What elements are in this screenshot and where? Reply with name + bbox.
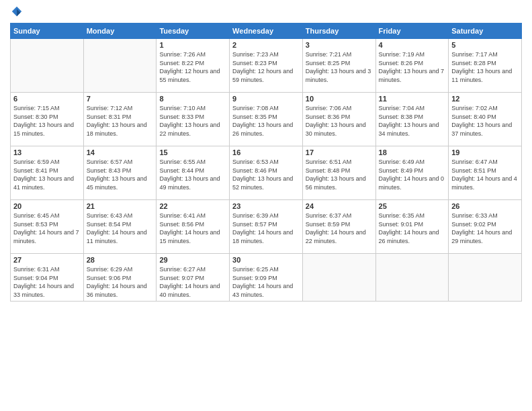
calendar-cell: 6Sunrise: 7:15 AMSunset: 8:30 PMDaylight… (11, 93, 84, 146)
day-number: 9 (232, 95, 300, 103)
calendar-cell: 5Sunrise: 7:17 AMSunset: 8:28 PMDaylight… (449, 39, 522, 93)
day-number: 28 (87, 256, 154, 264)
logo-icon (11, 5, 23, 17)
calendar-cell: 9Sunrise: 7:08 AMSunset: 8:35 PMDaylight… (230, 93, 303, 146)
day-number: 1 (159, 41, 226, 49)
day-info: Sunrise: 6:27 AMSunset: 9:07 PMDaylight:… (159, 265, 226, 299)
day-number: 24 (306, 202, 373, 210)
calendar-cell: 27Sunrise: 6:31 AMSunset: 9:04 PMDayligh… (11, 254, 84, 302)
day-info: Sunrise: 7:02 AMSunset: 8:40 PMDaylight:… (451, 104, 519, 138)
day-info: Sunrise: 7:17 AMSunset: 8:28 PMDaylight:… (451, 50, 519, 84)
calendar-cell (449, 254, 522, 302)
day-number: 3 (306, 41, 373, 49)
calendar-cell: 14Sunrise: 6:57 AMSunset: 8:43 PMDayligh… (83, 146, 157, 200)
day-info: Sunrise: 6:25 AMSunset: 9:09 PMDaylight:… (232, 265, 300, 299)
day-info: Sunrise: 7:21 AMSunset: 8:25 PMDaylight:… (306, 50, 373, 84)
day-info: Sunrise: 6:29 AMSunset: 9:06 PMDaylight:… (87, 265, 154, 299)
day-number: 29 (159, 256, 226, 264)
day-info: Sunrise: 6:31 AMSunset: 9:04 PMDaylight:… (13, 265, 81, 299)
weekday-header: Monday (83, 24, 157, 39)
calendar-cell: 2Sunrise: 7:23 AMSunset: 8:23 PMDaylight… (230, 39, 303, 93)
day-info: Sunrise: 6:45 AMSunset: 8:53 PMDaylight:… (13, 212, 81, 245)
day-info: Sunrise: 6:41 AMSunset: 8:56 PMDaylight:… (159, 212, 226, 245)
day-number: 10 (306, 95, 373, 103)
calendar-cell: 29Sunrise: 6:27 AMSunset: 9:07 PMDayligh… (157, 254, 230, 302)
calendar-cell (302, 254, 375, 302)
day-number: 13 (13, 148, 81, 156)
calendar-cell: 21Sunrise: 6:43 AMSunset: 8:54 PMDayligh… (83, 200, 157, 254)
day-number: 8 (159, 95, 226, 103)
weekday-header: Sunday (11, 24, 84, 39)
calendar-cell (375, 254, 449, 302)
day-number: 30 (232, 256, 300, 264)
page: SundayMondayTuesdayWednesdayThursdayFrid… (0, 0, 532, 411)
logo (10, 7, 23, 17)
calendar-cell: 30Sunrise: 6:25 AMSunset: 9:09 PMDayligh… (230, 254, 303, 302)
day-info: Sunrise: 6:57 AMSunset: 8:43 PMDaylight:… (87, 158, 154, 191)
day-number: 16 (232, 148, 300, 156)
day-info: Sunrise: 6:43 AMSunset: 8:54 PMDaylight:… (87, 212, 154, 245)
day-info: Sunrise: 6:35 AMSunset: 9:01 PMDaylight:… (379, 212, 446, 245)
day-number: 22 (159, 202, 226, 210)
day-info: Sunrise: 7:06 AMSunset: 8:36 PMDaylight:… (306, 104, 373, 138)
calendar-cell: 8Sunrise: 7:10 AMSunset: 8:33 PMDaylight… (157, 93, 230, 146)
day-info: Sunrise: 6:47 AMSunset: 8:51 PMDaylight:… (451, 158, 519, 191)
calendar-cell: 15Sunrise: 6:55 AMSunset: 8:44 PMDayligh… (157, 146, 230, 200)
calendar-row: 27Sunrise: 6:31 AMSunset: 9:04 PMDayligh… (11, 254, 522, 302)
day-number: 27 (13, 256, 81, 264)
day-number: 26 (451, 202, 519, 210)
day-number: 15 (159, 148, 226, 156)
calendar-cell (83, 39, 157, 93)
calendar-cell: 28Sunrise: 6:29 AMSunset: 9:06 PMDayligh… (83, 254, 157, 302)
day-info: Sunrise: 6:37 AMSunset: 8:59 PMDaylight:… (306, 212, 373, 245)
calendar-cell: 20Sunrise: 6:45 AMSunset: 8:53 PMDayligh… (11, 200, 84, 254)
day-info: Sunrise: 7:12 AMSunset: 8:31 PMDaylight:… (87, 104, 154, 138)
day-info: Sunrise: 6:55 AMSunset: 8:44 PMDaylight:… (159, 158, 226, 191)
day-info: Sunrise: 7:04 AMSunset: 8:38 PMDaylight:… (379, 104, 446, 138)
day-number: 2 (232, 41, 300, 49)
day-number: 14 (87, 148, 154, 156)
calendar-cell: 7Sunrise: 7:12 AMSunset: 8:31 PMDaylight… (83, 93, 157, 146)
day-number: 11 (379, 95, 446, 103)
calendar-cell: 25Sunrise: 6:35 AMSunset: 9:01 PMDayligh… (375, 200, 449, 254)
day-number: 18 (379, 148, 446, 156)
calendar-cell: 11Sunrise: 7:04 AMSunset: 8:38 PMDayligh… (375, 93, 449, 146)
weekday-header: Saturday (449, 24, 522, 39)
calendar-cell: 10Sunrise: 7:06 AMSunset: 8:36 PMDayligh… (302, 93, 375, 146)
day-number: 5 (451, 41, 519, 49)
calendar-cell (11, 39, 84, 93)
weekday-header: Tuesday (157, 24, 230, 39)
calendar-cell: 13Sunrise: 6:59 AMSunset: 8:41 PMDayligh… (11, 146, 84, 200)
calendar-cell: 23Sunrise: 6:39 AMSunset: 8:57 PMDayligh… (230, 200, 303, 254)
calendar-cell: 24Sunrise: 6:37 AMSunset: 8:59 PMDayligh… (302, 200, 375, 254)
day-info: Sunrise: 6:51 AMSunset: 8:48 PMDaylight:… (306, 158, 373, 191)
calendar-cell: 26Sunrise: 6:33 AMSunset: 9:02 PMDayligh… (449, 200, 522, 254)
day-info: Sunrise: 7:15 AMSunset: 8:30 PMDaylight:… (13, 104, 81, 138)
day-number: 20 (13, 202, 81, 210)
header (10, 7, 522, 17)
day-number: 6 (13, 95, 81, 103)
calendar-cell: 1Sunrise: 7:26 AMSunset: 8:22 PMDaylight… (157, 39, 230, 93)
day-info: Sunrise: 7:19 AMSunset: 8:26 PMDaylight:… (379, 50, 446, 84)
calendar-cell: 22Sunrise: 6:41 AMSunset: 8:56 PMDayligh… (157, 200, 230, 254)
calendar-table: SundayMondayTuesdayWednesdayThursdayFrid… (10, 23, 522, 302)
calendar-cell: 17Sunrise: 6:51 AMSunset: 8:48 PMDayligh… (302, 146, 375, 200)
calendar-row: 13Sunrise: 6:59 AMSunset: 8:41 PMDayligh… (11, 146, 522, 200)
day-info: Sunrise: 6:33 AMSunset: 9:02 PMDaylight:… (451, 212, 519, 245)
day-number: 23 (232, 202, 300, 210)
day-number: 17 (306, 148, 373, 156)
day-number: 25 (379, 202, 446, 210)
day-number: 4 (379, 41, 446, 49)
calendar-cell: 18Sunrise: 6:49 AMSunset: 8:49 PMDayligh… (375, 146, 449, 200)
calendar-cell: 12Sunrise: 7:02 AMSunset: 8:40 PMDayligh… (449, 93, 522, 146)
day-info: Sunrise: 6:39 AMSunset: 8:57 PMDaylight:… (232, 212, 300, 245)
day-info: Sunrise: 7:26 AMSunset: 8:22 PMDaylight:… (159, 50, 226, 84)
day-number: 12 (451, 95, 519, 103)
day-number: 21 (87, 202, 154, 210)
day-number: 19 (451, 148, 519, 156)
day-number: 7 (87, 95, 154, 103)
weekday-header: Thursday (302, 24, 375, 39)
calendar-row: 20Sunrise: 6:45 AMSunset: 8:53 PMDayligh… (11, 200, 522, 254)
weekday-header: Wednesday (230, 24, 303, 39)
day-info: Sunrise: 6:49 AMSunset: 8:49 PMDaylight:… (379, 158, 446, 191)
